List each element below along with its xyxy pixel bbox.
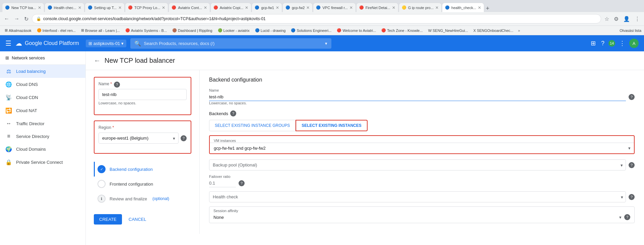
tab-close-5[interactable]: ✕	[204, 5, 207, 10]
top-icons: ⊞ ? 14 ⋮ A	[589, 38, 639, 48]
tab-12[interactable]: 🔵 health_check... ✕	[442, 3, 484, 12]
bookmark-techzone[interactable]: 🔴 Tech Zone - Knowle...	[379, 28, 425, 33]
back-nav-button[interactable]: ←	[3, 14, 11, 23]
back-button[interactable]: ←	[94, 57, 101, 64]
bookmark-rippling[interactable]: 🟤 Dashboard | Rippling	[170, 28, 214, 33]
create-button[interactable]: CREATE	[94, 214, 122, 225]
tab-9[interactable]: 🔵 VPC firewall r... ✕	[313, 3, 356, 12]
help-icon[interactable]: ?	[600, 39, 606, 48]
step-backend[interactable]: ✓ Backend configuration	[94, 162, 191, 177]
search-expand-icon: ▾	[325, 41, 327, 46]
new-tab-button[interactable]: +	[486, 5, 490, 12]
settings-icon[interactable]: ⋮	[618, 38, 627, 48]
backends-help-icon[interactable]: ?	[230, 110, 236, 116]
tab-close-12[interactable]: ✕	[478, 5, 481, 10]
bookmark-seng1[interactable]: W SENG_NewHireGui...	[426, 28, 470, 33]
tab-close-3[interactable]: ✕	[118, 5, 122, 10]
tab-close-1[interactable]: ✕	[38, 5, 41, 10]
bookmark-looker[interactable]: 🟢 Looker - aviatrix	[216, 28, 252, 33]
sidebar-item-cloud-nat[interactable]: 🔁 Cloud NAT	[0, 104, 85, 117]
url-bar[interactable]: 🔒 console.cloud.google.com/net-services/…	[32, 14, 601, 23]
tab-4[interactable]: 🔴 TCP Proxy Lo... ✕	[125, 3, 168, 12]
more-bookmarks[interactable]: »	[518, 29, 520, 33]
health-check-help-icon[interactable]: ?	[629, 194, 635, 200]
failover-ratio-input[interactable]	[209, 179, 236, 187]
bookmark-button[interactable]: ☆	[603, 14, 610, 23]
backup-pool-select[interactable]: Backup pool (Optional) ▾	[209, 159, 626, 170]
reading-list[interactable]: Olvasási lista	[620, 29, 641, 33]
tab-5[interactable]: 🔴 Aviatrix Cont... ✕	[169, 3, 210, 12]
region-select[interactable]: europe-west1 (Belgium)us-central1 (Iowa)…	[99, 133, 179, 144]
name-help-icon[interactable]: ?	[114, 82, 120, 88]
bookmarks-bar: ⊞ Alkalmazások 🟠 Interfood - étel ren...…	[0, 26, 644, 35]
step-frontend[interactable]: Frontend configuration	[94, 177, 191, 191]
tab-close-6[interactable]: ✕	[245, 5, 248, 10]
sidebar-item-service-directory[interactable]: ≡ Service Directory	[0, 130, 85, 143]
bookmark-solutions[interactable]: 🔵 Solutions Engineeri...	[289, 28, 333, 33]
vm-instances-label: VM instances	[210, 136, 634, 143]
forward-nav-button[interactable]: →	[13, 14, 21, 23]
bookmark-aviatrix2[interactable]: 🔴 Welcome to Aviatri...	[335, 28, 378, 33]
tab-close-7[interactable]: ✕	[276, 5, 279, 10]
bookmark-aviatrix[interactable]: 🔴 Aviatrix Systems - B...	[123, 28, 169, 33]
backend-name-help-icon[interactable]: ?	[629, 94, 635, 100]
tab-close-10[interactable]: ✕	[392, 5, 395, 10]
search-bar[interactable]: 🔍 Search Products, resources, docs (/) ▾	[130, 38, 331, 49]
failover-ratio-help-icon[interactable]: ?	[239, 180, 245, 186]
step-review[interactable]: ℹ Review and finalize (optional)	[94, 191, 191, 206]
vm-instances-select[interactable]: gcp-fw-fw1 and gcp-fw-fw2	[210, 143, 634, 153]
extensions-button[interactable]: ⚙	[613, 14, 620, 23]
tab-3[interactable]: 🔵 Setting up T... ✕	[85, 3, 125, 12]
backend-config-title: Backend configuration	[209, 77, 635, 83]
cancel-button[interactable]: CANCEL	[125, 214, 150, 225]
cloud-cdn-icon: 📡	[5, 94, 12, 101]
session-affinity-help-icon[interactable]: ?	[624, 214, 630, 220]
session-affinity-label: Session affinity	[209, 207, 634, 213]
bookmark-interfood[interactable]: 🟠 Interfood - étel ren...	[35, 28, 78, 33]
name-required-indicator: *	[110, 82, 112, 86]
sidebar-item-traffic-director[interactable]: ↔ Traffic Director	[0, 117, 85, 130]
tab-favicon-1: 🔵	[5, 5, 10, 10]
sidebar-item-cloud-domains[interactable]: 🌍 Cloud Domains	[0, 143, 85, 156]
name-form-group: Name * ? Lowercase, no spaces.	[99, 82, 187, 105]
tab-close-2[interactable]: ✕	[78, 5, 81, 10]
tab-close-8[interactable]: ✕	[306, 5, 310, 10]
tab-close-4[interactable]: ✕	[162, 5, 165, 10]
tab-1[interactable]: 🔵 New TCP loa... ✕	[2, 3, 44, 12]
bookmark-browse[interactable]: ⊞ Browse all - Learn |...	[79, 28, 122, 33]
bookmark-seng2[interactable]: X SENGOnboardChec...	[471, 28, 515, 33]
user-avatar[interactable]: A	[629, 39, 639, 48]
reload-button[interactable]: ↻	[23, 14, 30, 23]
tab-close-9[interactable]: ✕	[349, 5, 353, 10]
sidebar-item-load-balancing[interactable]: ⚖ Load balancing	[0, 65, 85, 78]
profile-button[interactable]: 👤	[622, 14, 631, 23]
bookmark-apps[interactable]: ⊞ Alkalmazások	[3, 28, 34, 33]
tab-2[interactable]: 🔵 Health chec... ✕	[45, 3, 84, 12]
sidebar-item-private-service-connect[interactable]: 🔒 Private Service Connect	[0, 156, 85, 169]
project-selector[interactable]: ⊞ astipkovits-01 ▾	[86, 40, 126, 47]
gcp-logo: ☁ Google Cloud Platform	[15, 39, 79, 47]
tab-8[interactable]: 🔵 gcp-fw2 ✕	[282, 3, 313, 12]
steps-panel: ✓ Backend configuration Frontend configu…	[94, 162, 191, 206]
backup-pool-help-icon[interactable]: ?	[629, 162, 635, 168]
health-check-select[interactable]: Health check	[209, 191, 626, 202]
hamburger-menu-button[interactable]: ☰	[5, 39, 11, 47]
tab-6[interactable]: 🔴 Aviatrix Copi... ✕	[210, 3, 252, 12]
more-options-button[interactable]: ⋮	[633, 14, 641, 23]
apps-icon[interactable]: ⊞	[589, 38, 597, 48]
tab-close-11[interactable]: ✕	[435, 5, 439, 10]
project-dropdown-icon: ▾	[121, 41, 124, 46]
tab-7[interactable]: 🔵 gcp-fw1 ✕	[252, 3, 282, 12]
sidebar-item-cloud-dns[interactable]: 🌐 Cloud DNS	[0, 78, 85, 91]
bookmark-lucid[interactable]: 🔵 Lucid - drawing	[253, 28, 288, 33]
secure-lock-icon: 🔒	[36, 16, 41, 21]
notification-badge[interactable]: 14	[608, 40, 615, 47]
region-help-icon[interactable]: ?	[181, 135, 187, 141]
tab-existing-instances-button[interactable]: SELECT EXISTING INSTANCES	[296, 120, 367, 131]
step-review-optional-label: (optional)	[152, 196, 169, 201]
sidebar-item-cloud-cdn[interactable]: 📡 Cloud CDN	[0, 91, 85, 104]
tab-instance-groups-button[interactable]: SELECT EXISTING INSTANCE GROUPS	[209, 120, 296, 131]
tab-10[interactable]: 🔴 FireNet Detai... ✕	[356, 3, 398, 12]
name-input[interactable]	[99, 89, 187, 100]
tab-11[interactable]: 🟡 G ip route pro... ✕	[399, 3, 442, 12]
